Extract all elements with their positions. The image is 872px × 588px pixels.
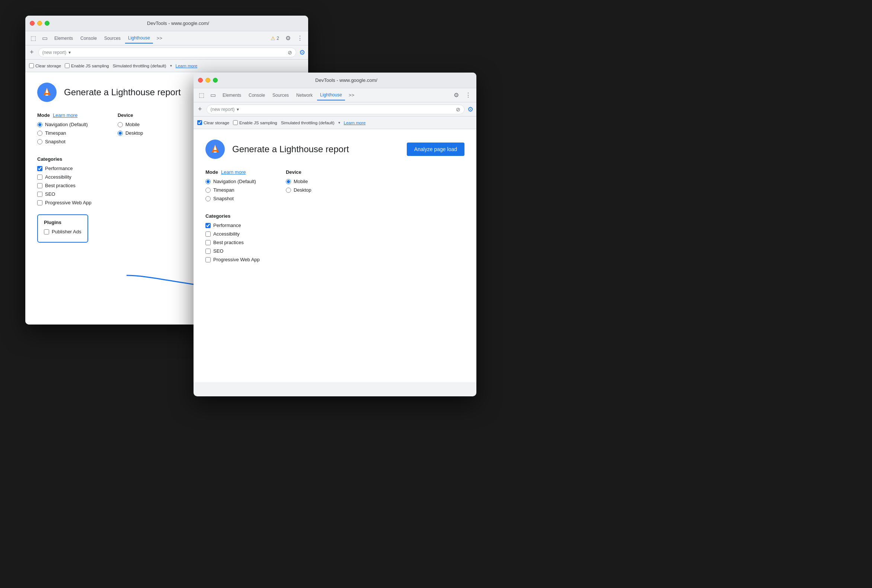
clear-storage-label-1[interactable]: Clear storage [29,63,61,68]
titlebar-1: DevTools - www.google.com/ [25,16,308,31]
device-desktop-radio-1[interactable] [118,130,123,136]
cat-accessibility-cb-2[interactable] [206,231,211,237]
mode-navigation-radio-2[interactable] [206,179,211,184]
add-report-button-2[interactable]: + [197,105,204,114]
device-mobile-radio-1[interactable] [118,122,123,127]
close-button-2[interactable] [198,78,203,82]
settings-button-2[interactable]: ⚙ [451,90,461,100]
cat-best-practices-cb-1[interactable] [37,183,42,188]
device-desktop-radio-2[interactable] [286,188,291,193]
mode-label-1: Mode Learn more [37,112,88,118]
tab-network-2[interactable]: Network [293,90,315,100]
kebab-menu-1[interactable]: ⋮ [295,33,305,44]
cat-pwa-cb-2[interactable] [206,257,211,262]
tab-sources-1[interactable]: Sources [101,33,123,43]
tab-elements-2[interactable]: Elements [219,90,244,100]
minimize-button-2[interactable] [206,78,210,82]
mode-navigation-1[interactable]: Navigation (Default) [37,122,88,127]
plugin-publisher-ads-1[interactable]: Publisher Ads [44,229,81,234]
enable-js-label-1[interactable]: Enable JS sampling [65,63,109,68]
more-tabs-button-1[interactable]: >> [155,34,165,42]
cat-pwa-cb-1[interactable] [37,200,42,206]
config-gear-2[interactable]: ⚙ [467,105,473,114]
lighthouse-svg-1 [40,86,54,99]
tab-console-1[interactable]: Console [77,33,100,43]
tab-console-2[interactable]: Console [246,90,268,100]
maximize-button[interactable] [45,21,50,26]
mode-snapshot-radio-2[interactable] [206,196,211,201]
tab-lighthouse-1[interactable]: Lighthouse [125,33,153,44]
warning-icon: ⚠ [270,35,275,41]
device-icon-2[interactable]: ▭ [208,90,218,100]
traffic-lights-1 [30,21,50,26]
mode-learn-more-1[interactable]: Learn more [53,112,77,118]
add-report-button-1[interactable]: + [28,48,35,57]
inspect-icon[interactable]: ⬚ [28,33,38,43]
enable-js-label-2[interactable]: Enable JS sampling [233,120,277,125]
cat-best-practices-cb-2[interactable] [206,240,211,245]
maximize-button-2[interactable] [213,78,218,82]
cat-performance-2[interactable]: Performance [206,222,464,228]
device-mobile-radio-2[interactable] [286,179,291,184]
more-tabs-button-2[interactable]: >> [347,91,357,99]
form-row-2: Mode Learn more Navigation (Default) Tim… [206,170,464,204]
mode-snapshot-1[interactable]: Snapshot [37,139,88,144]
device-section-1: Device Mobile Desktop [118,112,143,147]
cat-accessibility-cb-1[interactable] [37,174,42,180]
settings-button-1[interactable]: ⚙ [283,33,293,44]
device-mobile-1[interactable]: Mobile [118,122,143,127]
titlebar-2: DevTools - www.google.com/ [194,73,476,88]
controls-bar-1: + (new report) ▾ ⊘ ⚙ [25,45,308,60]
cat-accessibility-2[interactable]: Accessibility [206,231,464,237]
device-desktop-2[interactable]: Desktop [286,187,312,193]
cat-performance-cb-2[interactable] [206,223,211,228]
mode-snapshot-2[interactable]: Snapshot [206,196,256,201]
cat-seo-2[interactable]: SEO [206,248,464,254]
cat-seo-cb-2[interactable] [206,249,211,254]
report-placeholder-2: (new report) [211,107,235,112]
mode-timespan-1[interactable]: Timespan [37,130,88,136]
device-desktop-1[interactable]: Desktop [118,130,143,136]
learn-more-link-1[interactable]: Learn more [176,64,198,68]
report-selector-1[interactable]: (new report) ▾ ⊘ [38,48,296,57]
inspect-icon-2[interactable]: ⬚ [197,90,207,100]
minimize-button[interactable] [37,21,42,26]
tab-lighthouse-2[interactable]: Lighthouse [317,90,345,100]
mode-timespan-2[interactable]: Timespan [206,187,256,193]
enable-js-checkbox-1[interactable] [65,63,70,68]
clear-storage-checkbox-1[interactable] [29,63,34,68]
learn-more-link-2[interactable]: Learn more [344,121,366,125]
mode-label-2: Mode Learn more [206,170,256,175]
device-icon[interactable]: ▭ [40,33,50,43]
cat-seo-cb-1[interactable] [37,192,42,197]
mode-navigation-radio-1[interactable] [37,122,42,127]
cat-pwa-2[interactable]: Progressive Web App [206,257,464,262]
throttle-chevron-2[interactable]: ▾ [338,121,340,124]
mode-navigation-2[interactable]: Navigation (Default) [206,178,256,184]
cat-best-practices-2[interactable]: Best practices [206,240,464,245]
throttle-chevron-1[interactable]: ▾ [170,64,172,68]
kebab-menu-2[interactable]: ⋮ [463,90,473,100]
tab-elements-1[interactable]: Elements [51,33,76,43]
clear-storage-label-2[interactable]: Clear storage [197,120,229,125]
cat-performance-cb-1[interactable] [37,166,42,171]
tab-sources-2[interactable]: Sources [269,90,292,100]
cancel-icon-1: ⊘ [288,50,292,56]
device-section-2: Device Mobile Desktop [286,170,312,204]
throttle-text-2: Simulated throttling (default) [281,121,335,125]
devtools-window-2: DevTools - www.google.com/ ⬚ ▭ Elements … [194,73,476,396]
mode-snapshot-radio-1[interactable] [37,139,42,144]
plugin-publisher-ads-cb-1[interactable] [44,229,49,234]
mode-timespan-radio-1[interactable] [37,130,42,136]
close-button[interactable] [30,21,35,26]
enable-js-text-1: Enable JS sampling [71,64,109,68]
analyze-button[interactable]: Analyze page load [407,142,464,156]
mode-learn-more-2[interactable]: Learn more [221,170,246,175]
enable-js-checkbox-2[interactable] [233,120,238,125]
report-selector-2[interactable]: (new report) ▾ ⊘ [207,105,464,114]
mode-timespan-radio-2[interactable] [206,188,211,193]
config-gear-1[interactable]: ⚙ [299,48,305,57]
device-mobile-2[interactable]: Mobile [286,178,312,184]
clear-storage-checkbox-2[interactable] [197,120,202,125]
warning-badge-1[interactable]: ⚠ 2 [268,34,281,43]
